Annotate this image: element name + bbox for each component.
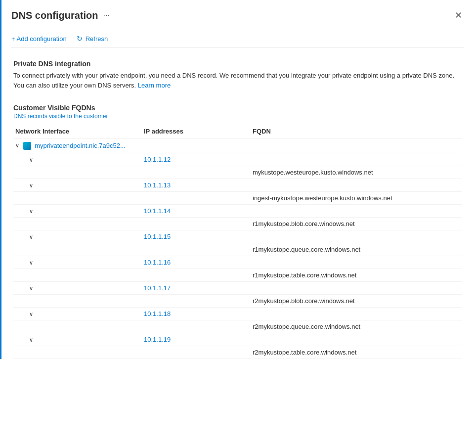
fqdn-table: Network Interface IP addresses FQDN ∨ my… [13, 125, 462, 359]
customer-fqdn-title: Customer Visible FQDNs [13, 104, 462, 112]
table-row: r1mykustope.table.core.windows.net [13, 269, 462, 281]
fqdn-value: r2mykustope.queue.core.windows.net [251, 320, 462, 333]
ip-link[interactable]: 10.1.1.16 [144, 259, 171, 266]
ip-link[interactable]: 10.1.1.15 [144, 233, 171, 240]
table-row: ∨ 10.1.1.12 [13, 153, 462, 166]
add-configuration-button[interactable]: + Add configuration [11, 35, 67, 43]
ip-link[interactable]: 10.1.1.17 [144, 284, 171, 292]
panel-title: DNS configuration [11, 10, 98, 21]
more-options-icon[interactable]: ··· [103, 11, 110, 20]
row-fqdn-cell [251, 256, 462, 269]
col-header-ip: IP addresses [142, 125, 251, 138]
table-row: ∨ 10.1.1.18 [13, 307, 462, 320]
table-body: ∨ myprivateendpoint.nic.7a9c52... ∨ 10.1… [13, 138, 462, 359]
customer-fqdn-desc: DNS records visible to the customer [13, 113, 462, 120]
row-ip-cell: 10.1.1.12 [142, 153, 251, 166]
row-ip-cell: 10.1.1.15 [142, 230, 251, 243]
panel-title-row: DNS configuration ··· [11, 10, 110, 21]
row-chevron[interactable]: ∨ [29, 260, 33, 266]
panel-header: DNS configuration ··· ✕ [11, 9, 464, 22]
row-chevron[interactable]: ∨ [29, 208, 33, 215]
nic-link[interactable]: myprivateendpoint.nic.7a9c52... [35, 142, 126, 149]
row-chevron[interactable]: ∨ [29, 311, 33, 317]
table-row: r2mykustope.table.core.windows.net [13, 346, 462, 358]
row-fqdn-cell [251, 179, 462, 191]
nic-chevron[interactable]: ∨ [15, 142, 19, 149]
row-fqdn-cell [251, 333, 462, 346]
fqdn-value: mykustope.westeurope.kusto.windows.net [251, 166, 462, 179]
dns-configuration-panel: DNS configuration ··· ✕ + Add configurat… [0, 0, 476, 359]
table-row: ∨ 10.1.1.16 [13, 256, 462, 269]
ip-link[interactable]: 10.1.1.19 [144, 336, 171, 343]
row-ni-cell: ∨ [13, 256, 142, 269]
table-row: ∨ 10.1.1.17 [13, 281, 462, 294]
row-fqdn-cell [251, 153, 462, 166]
row-ni-cell: ∨ [13, 281, 142, 294]
learn-more-link[interactable]: Learn more [138, 82, 171, 89]
row-fqdn-cell [251, 204, 462, 217]
fqdn-value: r1mykustope.blob.core.windows.net [251, 217, 462, 230]
customer-fqdn-section: Customer Visible FQDNs DNS records visib… [11, 104, 464, 359]
private-dns-section: Private DNS integration To connect priva… [11, 60, 464, 90]
fqdn-value: r2mykustope.blob.core.windows.net [251, 294, 462, 307]
private-dns-title: Private DNS integration [13, 60, 462, 68]
table-row: ingest-mykustope.westeurope.kusto.window… [13, 191, 462, 204]
row-ip-cell: 10.1.1.14 [142, 204, 251, 217]
row-chevron[interactable]: ∨ [29, 157, 33, 163]
row-ni-cell: ∨ [13, 179, 142, 191]
table-row: mykustope.westeurope.kusto.windows.net [13, 166, 462, 179]
row-fqdn-cell [251, 281, 462, 294]
row-ip-cell: 10.1.1.16 [142, 256, 251, 269]
fqdn-value: r1mykustope.table.core.windows.net [251, 269, 462, 281]
col-header-fqdn: FQDN [251, 125, 462, 138]
row-chevron[interactable]: ∨ [29, 337, 33, 343]
ip-link[interactable]: 10.1.1.18 [144, 310, 171, 317]
toolbar: + Add configuration ↻ Refresh [11, 30, 464, 48]
refresh-icon: ↻ [77, 35, 83, 43]
table-row: ∨ 10.1.1.13 [13, 179, 462, 191]
table-row: ∨ 10.1.1.19 [13, 333, 462, 346]
table-row: r2mykustope.queue.core.windows.net [13, 320, 462, 333]
row-ni-cell: ∨ [13, 307, 142, 320]
table-row: ∨ 10.1.1.15 [13, 230, 462, 243]
row-ip-cell: 10.1.1.19 [142, 333, 251, 346]
row-chevron[interactable]: ∨ [29, 285, 33, 292]
fqdn-value: ingest-mykustope.westeurope.kusto.window… [251, 191, 462, 204]
row-chevron[interactable]: ∨ [29, 234, 33, 240]
row-ni-cell: ∨ [13, 230, 142, 243]
private-dns-desc: To connect privately with your private e… [13, 71, 462, 90]
table-row: r1mykustope.queue.core.windows.net [13, 243, 462, 256]
row-ni-cell: ∨ [13, 333, 142, 346]
table-row: r1mykustope.blob.core.windows.net [13, 217, 462, 230]
ip-link[interactable]: 10.1.1.13 [144, 181, 171, 189]
fqdn-value: r1mykustope.queue.core.windows.net [251, 243, 462, 256]
row-ip-cell: 10.1.1.13 [142, 179, 251, 191]
row-fqdn-cell [251, 307, 462, 320]
table-header-row: Network Interface IP addresses FQDN [13, 125, 462, 138]
row-fqdn-cell [251, 230, 462, 243]
close-button[interactable]: ✕ [453, 9, 464, 22]
ip-link[interactable]: 10.1.1.14 [144, 207, 171, 215]
row-ip-cell: 10.1.1.18 [142, 307, 251, 320]
nic-row: ∨ myprivateendpoint.nic.7a9c52... [13, 138, 462, 153]
table-row: ∨ 10.1.1.14 [13, 204, 462, 217]
nic-icon [23, 142, 31, 150]
nic-cell: ∨ myprivateendpoint.nic.7a9c52... [13, 138, 142, 153]
fqdn-value: r2mykustope.table.core.windows.net [251, 346, 462, 358]
table-row: r2mykustope.blob.core.windows.net [13, 294, 462, 307]
row-ip-cell: 10.1.1.17 [142, 281, 251, 294]
row-chevron[interactable]: ∨ [29, 182, 33, 189]
col-header-ni: Network Interface [13, 125, 142, 138]
row-ni-cell: ∨ [13, 153, 142, 166]
ip-link[interactable]: 10.1.1.12 [144, 156, 171, 163]
refresh-button[interactable]: ↻ Refresh [77, 35, 108, 43]
row-ni-cell: ∨ [13, 204, 142, 217]
